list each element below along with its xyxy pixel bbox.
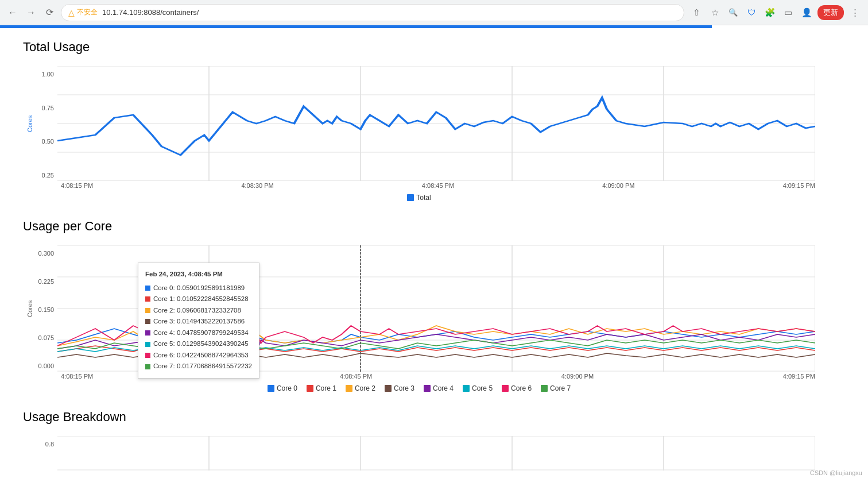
legend-core1: Core 1 [307, 384, 336, 392]
legend-color-core7 [541, 385, 548, 392]
shield-icon[interactable]: 🛡 [744, 5, 759, 20]
back-button[interactable]: ← [6, 6, 20, 20]
legend-core0: Core 0 [268, 384, 297, 392]
usage-breakdown-chart: 0.8 [23, 436, 815, 471]
total-y-axis-label: Cores [23, 66, 34, 181]
usage-breakdown-title: Usage Breakdown [23, 410, 815, 425]
browser-chrome: ← → ⟳ △ 不安全 10.1.74.109:8088/containers/… [0, 0, 868, 28]
per-core-svg-container: Feb 24, 2023, 4:08:45 PM Core 0: 0.05901… [57, 245, 815, 372]
per-core-svg [57, 245, 815, 372]
binoculars-icon[interactable]: 🔍 [726, 5, 741, 20]
address-bar[interactable]: △ 不安全 10.1.74.109:8088/containers/ [61, 4, 684, 21]
warning-text: 不安全 [77, 7, 98, 17]
legend-core6: Core 6 [502, 384, 532, 392]
watermark: CSDN @liujiangxu [810, 469, 862, 476]
legend-core5: Core 5 [463, 384, 493, 392]
total-chart-svg [57, 66, 815, 181]
core-x-axis: 4:08:15 PM 4:08:45 PM 4:09:00 PM 4:09:15… [23, 373, 815, 380]
per-core-chart: Cores 0.300 0.225 0.150 0.075 0.000 [23, 245, 815, 392]
core-y-axis-label: Cores [23, 245, 34, 372]
total-legend-label: Total [416, 194, 431, 202]
legend-color-core0 [268, 385, 274, 392]
warning-icon: △ [68, 8, 75, 17]
page-content: Total Usage Cores 1.00 0.75 0.50 0.25 [0, 28, 838, 482]
toolbar-actions: ⇧ ☆ 🔍 🛡 🧩 ▭ 👤 更新 ⋮ [689, 5, 862, 20]
legend-color-core2 [346, 385, 352, 392]
legend-core7: Core 7 [541, 384, 571, 392]
legend-color-core6 [502, 385, 509, 392]
puzzle-icon[interactable]: 🧩 [762, 5, 777, 20]
legend-color-core4 [424, 385, 431, 392]
legend-color-core1 [307, 385, 313, 392]
bookmark-icon[interactable]: ☆ [707, 5, 722, 20]
reload-button[interactable]: ⟳ [42, 6, 56, 20]
total-legend-color [407, 194, 414, 201]
legend-color-core5 [463, 385, 470, 392]
total-chart-svg-container [57, 66, 815, 181]
url-text: 10.1.74.109:8088/containers/ [102, 8, 199, 17]
total-legend: Total [23, 194, 815, 202]
browser-toolbar: ← → ⟳ △ 不安全 10.1.74.109:8088/containers/… [0, 0, 868, 25]
total-y-ticks: 1.00 0.75 0.50 0.25 [34, 66, 57, 181]
legend-core2: Core 2 [346, 384, 375, 392]
profile-icon[interactable]: 👤 [799, 5, 814, 20]
core-y-ticks: 0.300 0.225 0.150 0.075 0.000 [34, 245, 57, 372]
tablet-icon[interactable]: ▭ [781, 5, 796, 20]
legend-core3: Core 3 [385, 384, 414, 392]
share-icon[interactable]: ⇧ [689, 5, 704, 20]
usage-per-core-title: Usage per Core [23, 219, 815, 234]
update-button[interactable]: 更新 [817, 5, 844, 20]
menu-icon[interactable]: ⋮ [847, 5, 862, 20]
total-usage-chart: Cores 1.00 0.75 0.50 0.25 [23, 66, 815, 202]
breakdown-svg-container [57, 436, 815, 471]
forward-button[interactable]: → [24, 6, 38, 20]
total-usage-title: Total Usage [23, 40, 815, 55]
per-core-legend: Core 0 Core 1 Core 2 Core 3 Core 4 Core … [23, 384, 815, 392]
total-x-axis: 4:08:15 PM 4:08:30 PM 4:08:45 PM 4:09:00… [23, 182, 815, 189]
legend-core4: Core 4 [424, 384, 454, 392]
total-legend-item: Total [407, 194, 431, 202]
legend-color-core3 [385, 385, 392, 392]
breakdown-y-ticks: 0.8 [34, 436, 57, 471]
breakdown-y-axis-label [23, 436, 34, 471]
breakdown-svg [57, 436, 815, 471]
